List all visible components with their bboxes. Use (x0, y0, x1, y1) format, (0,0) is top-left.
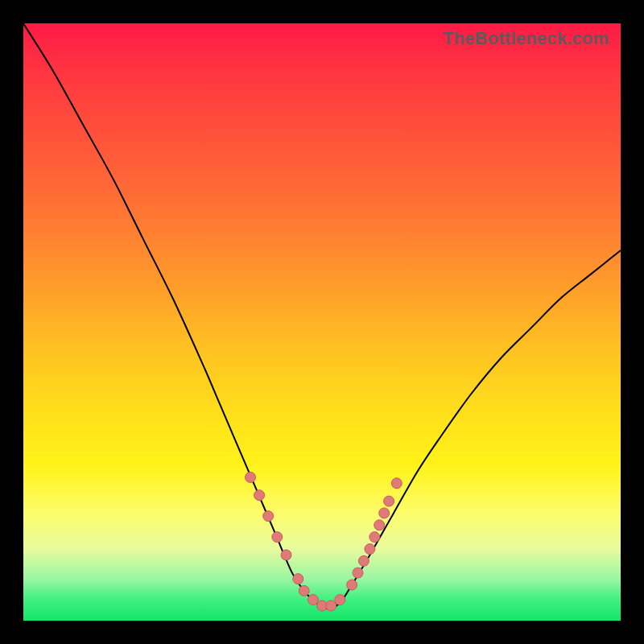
marker-dot (353, 568, 363, 578)
marker-dot (263, 511, 274, 522)
marker-dot (365, 544, 375, 555)
marker-dot (391, 478, 402, 489)
marker-dot (299, 585, 309, 596)
bottleneck-curve (23, 23, 621, 609)
chart-svg (23, 23, 621, 621)
marker-dot (347, 580, 357, 590)
marker-dot (293, 574, 303, 584)
chart-plot-area: TheBottleneck.com (23, 23, 621, 621)
marker-dot (369, 532, 380, 543)
marker-dot (254, 490, 265, 501)
marker-dot (326, 601, 336, 611)
marker-dot (358, 555, 369, 566)
chart-frame: TheBottleneck.com (0, 0, 644, 644)
marker-dot (281, 550, 291, 560)
marker-dot (335, 595, 345, 605)
marker-dot (379, 508, 390, 518)
marker-dot (308, 595, 318, 605)
marker-dot (246, 472, 256, 482)
marker-dot (374, 520, 385, 530)
marker-dot (272, 532, 283, 543)
marker-group (246, 472, 402, 611)
marker-dot (384, 496, 394, 506)
